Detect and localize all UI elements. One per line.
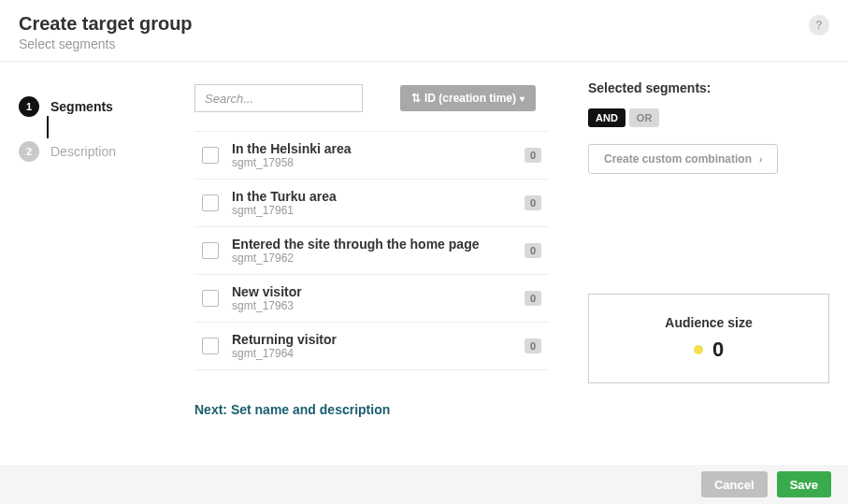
segment-id: sgmt_17963 bbox=[232, 299, 511, 312]
page-header: Create target group Select segments ? bbox=[0, 0, 848, 62]
save-button[interactable]: Save bbox=[777, 471, 831, 497]
selected-segments-panel: Selected segments: AND OR Create custom … bbox=[577, 62, 848, 470]
page-subtitle: Select segments bbox=[19, 36, 193, 51]
audience-size-value: 0 bbox=[712, 338, 724, 362]
custom-combination-label: Create custom combination bbox=[604, 152, 752, 166]
segment-checkbox[interactable] bbox=[202, 290, 219, 307]
segment-count-badge: 0 bbox=[525, 291, 541, 306]
help-icon[interactable]: ? bbox=[809, 15, 829, 36]
segment-row: In the Helsinki area sgmt_17958 0 bbox=[194, 131, 549, 180]
stepper: 1 Segments 2 Description bbox=[0, 62, 187, 470]
segment-id: sgmt_17958 bbox=[232, 156, 511, 169]
sort-label: ID (creation time) bbox=[424, 92, 516, 105]
sort-button[interactable]: ⇅ ID (creation time) ▾ bbox=[400, 85, 536, 111]
segment-id: sgmt_17962 bbox=[232, 252, 511, 265]
segment-checkbox[interactable] bbox=[202, 194, 219, 211]
chevron-down-icon: ▾ bbox=[520, 94, 525, 104]
segment-name: In the Helsinki area bbox=[232, 141, 511, 156]
audience-size-box: Audience size 0 bbox=[588, 294, 829, 383]
step-label: Description bbox=[50, 144, 116, 159]
segment-row: New visitor sgmt_17963 0 bbox=[194, 275, 549, 323]
create-custom-combination-button[interactable]: Create custom combination › bbox=[588, 144, 778, 174]
segment-row: In the Turku area sgmt_17961 0 bbox=[194, 180, 549, 227]
chevron-right-icon: › bbox=[759, 154, 762, 165]
step-number: 1 bbox=[19, 96, 39, 117]
step-segments[interactable]: 1 Segments bbox=[19, 84, 168, 129]
segments-panel: ⇅ ID (creation time) ▾ In the Helsinki a… bbox=[187, 62, 577, 470]
step-label: Segments bbox=[50, 99, 113, 114]
footer-actions: Cancel Save bbox=[0, 465, 848, 504]
logic-toggle: AND OR bbox=[588, 108, 829, 127]
segment-name: In the Turku area bbox=[232, 189, 511, 204]
segment-count-badge: 0 bbox=[525, 338, 541, 353]
step-description[interactable]: 2 Description bbox=[19, 129, 168, 174]
or-button[interactable]: OR bbox=[629, 108, 660, 127]
segment-id: sgmt_17964 bbox=[232, 347, 511, 360]
sort-icon: ⇅ bbox=[411, 92, 421, 105]
segment-count-badge: 0 bbox=[525, 195, 541, 210]
segment-checkbox[interactable] bbox=[202, 338, 219, 354]
segment-id: sgmt_17961 bbox=[232, 204, 511, 217]
segment-count-badge: 0 bbox=[525, 243, 541, 258]
segment-name: New visitor bbox=[232, 284, 511, 299]
segment-row: Entered the site through the home page s… bbox=[194, 227, 549, 275]
page-title: Create target group bbox=[19, 13, 193, 35]
selected-segments-title: Selected segments: bbox=[588, 80, 829, 95]
segment-row: Returning visitor sgmt_17964 0 bbox=[194, 323, 549, 370]
next-step-link[interactable]: Next: Set name and description bbox=[194, 402, 549, 417]
segment-list: In the Helsinki area sgmt_17958 0 In the… bbox=[194, 131, 549, 370]
step-number: 2 bbox=[19, 141, 39, 162]
segment-name: Entered the site through the home page bbox=[232, 237, 511, 252]
search-input[interactable] bbox=[194, 84, 363, 112]
segment-name: Returning visitor bbox=[232, 332, 511, 347]
status-dot-icon bbox=[694, 345, 703, 354]
audience-size-title: Audience size bbox=[608, 315, 810, 330]
segment-checkbox[interactable] bbox=[202, 242, 219, 259]
segment-count-badge: 0 bbox=[525, 148, 541, 163]
cancel-button[interactable]: Cancel bbox=[701, 471, 768, 497]
and-button[interactable]: AND bbox=[588, 108, 625, 127]
segment-checkbox[interactable] bbox=[202, 147, 219, 164]
